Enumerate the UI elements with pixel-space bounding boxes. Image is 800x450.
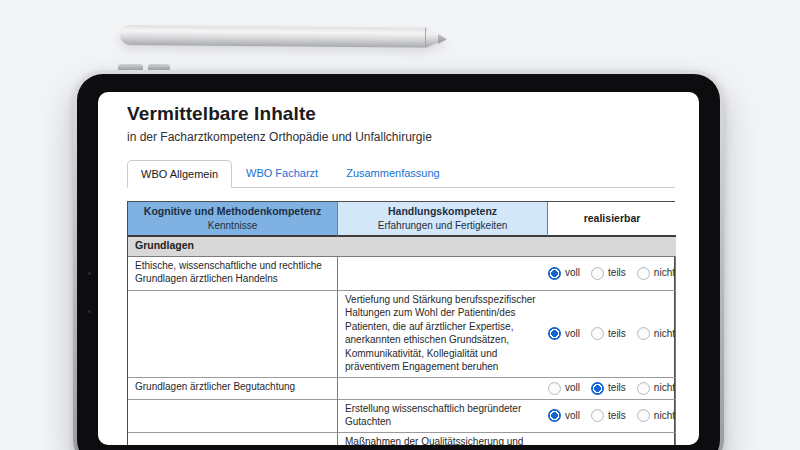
radio-label: nicht: [654, 381, 675, 395]
radio-icon[interactable]: [637, 327, 650, 340]
column-header-realisierbar: realisierbar: [548, 202, 676, 237]
stylus-seam: [425, 28, 426, 48]
radio-label: nicht: [654, 266, 675, 280]
stylus-tip: [438, 34, 447, 44]
radio-option-teils[interactable]: teils: [591, 327, 626, 341]
realisierbar-radio-group: vollteilsnicht: [548, 327, 675, 341]
column-header-kenntnisse: Kognitive und Methodenkompetenz Kenntnis…: [128, 202, 338, 237]
tablet-frame: Vermittelbare Inhalte in der Facharztkom…: [73, 70, 724, 450]
radio-label: teils: [608, 327, 626, 341]
page-title: Vermittelbare Inhalte: [127, 103, 699, 125]
camera-dot: [88, 272, 91, 275]
cell-realisierbar: vollteilsnicht: [548, 378, 676, 400]
radio-option-voll[interactable]: voll: [548, 409, 580, 423]
column-header-title: Handlungskompetenz: [342, 205, 543, 219]
realisierbar-radio-group: vollteilsnicht: [548, 409, 675, 423]
tab-zusammenfassung[interactable]: Zusammenfassung: [332, 159, 454, 187]
radio-icon[interactable]: [637, 267, 650, 280]
radio-label: nicht: [654, 409, 675, 423]
radio-label: teils: [608, 381, 626, 395]
radio-icon[interactable]: [591, 409, 604, 422]
radio-label: voll: [565, 381, 580, 395]
cell-kenntnisse: Grundlagen ärztlicher Begutachtung: [128, 378, 338, 400]
tab-wbo-allgemein[interactable]: WBO Allgemein: [127, 160, 232, 188]
cell-erfahrungen: Erstellung wissenschaftlich begründeter …: [338, 400, 548, 433]
tablet-screen: Vermittelbare Inhalte in der Facharztkom…: [98, 92, 699, 445]
radio-option-voll[interactable]: voll: [548, 327, 580, 341]
cell-erfahrungen: [338, 378, 548, 400]
cell-kenntnisse: [128, 291, 338, 378]
radio-option-voll[interactable]: voll: [548, 381, 580, 395]
tab-bar: WBO Allgemein WBO Facharzt Zusammenfassu…: [127, 159, 675, 188]
radio-icon[interactable]: [548, 382, 561, 395]
tablet-bezel: Vermittelbare Inhalte in der Facharztkom…: [77, 74, 720, 450]
stylus: [120, 25, 448, 48]
cell-kenntnisse: [128, 400, 338, 433]
cell-erfahrungen: Vertiefung und Stärkung berufsspezifisch…: [338, 291, 548, 378]
radio-option-teils[interactable]: teils: [591, 409, 626, 423]
column-header-erfahrungen: Handlungskompetenz Erfahrungen und Ferti…: [338, 202, 548, 237]
section-row-grundlagen: Grundlagen: [128, 237, 676, 257]
radio-icon[interactable]: [637, 409, 650, 422]
radio-label: voll: [565, 409, 580, 423]
competence-table: Kognitive und Methodenkompetenz Kenntnis…: [127, 201, 675, 445]
cell-realisierbar: vollteilsnicht: [548, 400, 676, 433]
realisierbar-radio-group: vollteilsnicht: [548, 381, 675, 395]
radio-icon[interactable]: [591, 267, 604, 280]
page-subtitle: in der Facharztkompetenz Orthopädie und …: [127, 130, 699, 144]
cell-kenntnisse: Ethische, wissenschaftliche und rechtlic…: [128, 257, 338, 291]
cell-erfahrungen: Maßnahmen der Qualitätssicherung und des…: [338, 433, 548, 446]
cell-realisierbar: vollteilsnicht: [548, 291, 676, 378]
column-header-subtitle: Erfahrungen und Fertigkeiten: [342, 219, 543, 233]
radio-option-nicht[interactable]: nicht: [637, 381, 675, 395]
radio-option-voll[interactable]: voll: [548, 266, 580, 280]
radio-label: teils: [608, 409, 626, 423]
radio-icon[interactable]: [591, 327, 604, 340]
radio-icon[interactable]: [548, 267, 561, 280]
tab-wbo-facharzt[interactable]: WBO Facharzt: [232, 159, 332, 187]
radio-icon[interactable]: [548, 327, 561, 340]
stylus-body: [120, 25, 426, 48]
radio-option-teils[interactable]: teils: [591, 266, 626, 280]
radio-label: teils: [608, 266, 626, 280]
cell-erfahrungen: [338, 257, 548, 291]
radio-label: voll: [565, 327, 580, 341]
cell-realisierbar: vollteilsnicht: [548, 257, 676, 291]
column-header-title: Kognitive und Methodenkompetenz: [132, 205, 333, 219]
radio-option-nicht[interactable]: nicht: [637, 327, 675, 341]
radio-icon[interactable]: [591, 382, 604, 395]
realisierbar-radio-group: vollteilsnicht: [548, 266, 675, 280]
camera-dot: [88, 310, 91, 313]
cell-kenntnisse: [128, 433, 338, 446]
scene: Vermittelbare Inhalte in der Facharztkom…: [0, 0, 800, 450]
radio-icon[interactable]: [548, 409, 561, 422]
radio-option-nicht[interactable]: nicht: [637, 266, 675, 280]
column-header-subtitle: Kenntnisse: [132, 219, 333, 233]
radio-label: voll: [565, 266, 580, 280]
radio-option-teils[interactable]: teils: [591, 381, 626, 395]
column-header-title: realisierbar: [552, 212, 672, 226]
radio-icon[interactable]: [637, 382, 650, 395]
cell-realisierbar: vollteilsnicht: [548, 433, 676, 446]
radio-option-nicht[interactable]: nicht: [637, 409, 675, 423]
radio-label: nicht: [654, 327, 675, 341]
